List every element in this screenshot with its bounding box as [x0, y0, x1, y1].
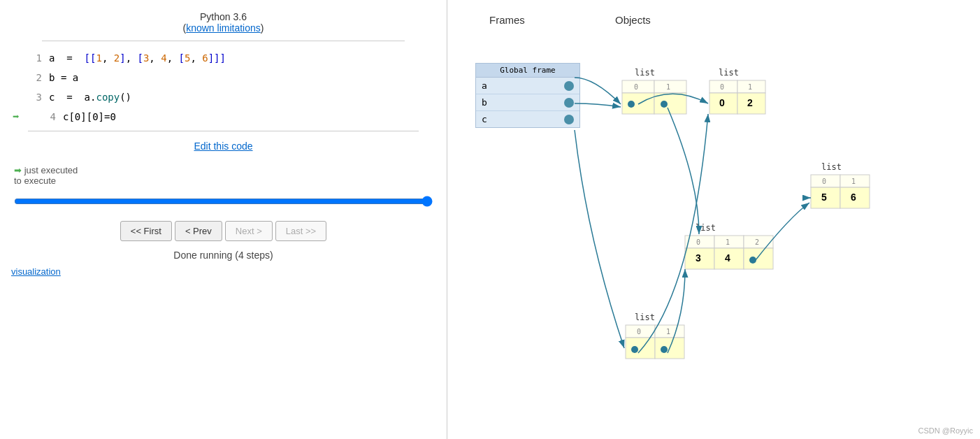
svg-text:2: 2	[755, 238, 759, 246]
line-num-3: 3	[28, 87, 42, 107]
first-button[interactable]: << First	[120, 221, 172, 241]
watermark: CSDN @Royyic	[918, 426, 973, 435]
current-line-arrow: ➡	[13, 106, 20, 128]
code-line-2: 2 b = a	[28, 68, 419, 87]
svg-text:2: 2	[747, 97, 753, 108]
svg-text:0: 0	[696, 238, 700, 246]
svg-rect-33	[626, 325, 655, 338]
svg-text:list: list	[635, 312, 655, 322]
svg-text:0: 0	[720, 83, 724, 91]
svg-text:0: 0	[634, 83, 638, 91]
svg-text:list: list	[635, 68, 655, 78]
limitations-link[interactable]: known limitations	[186, 22, 261, 34]
global-frame: Global frame a b c	[475, 63, 580, 128]
frames-label: Frames	[489, 14, 615, 26]
line-4-content: c[0][0]=0	[63, 107, 116, 127]
edit-this-code-link[interactable]: Edit this code	[194, 141, 252, 152]
svg-rect-11	[709, 80, 737, 93]
done-status: Done running (4 steps)	[0, 247, 447, 264]
global-frame-title: Global frame	[476, 64, 579, 78]
dot-b	[564, 98, 574, 108]
prev-button[interactable]: < Prev	[175, 221, 222, 241]
svg-text:4: 4	[725, 252, 730, 264]
var-b: b	[482, 97, 496, 108]
svg-rect-37	[655, 325, 684, 338]
svg-text:list: list	[719, 68, 739, 78]
code-line-3: 3 c = a.copy()	[28, 87, 419, 107]
svg-rect-8	[654, 93, 686, 114]
to-execute-label: to execute	[14, 175, 433, 186]
code-area: 1 a = [[1, 2], [3, 4, [5, 6]]] 2 b = a 3…	[0, 44, 447, 131]
left-panel: Python 3.6 (known limitations) 1 a = [[1…	[0, 0, 447, 439]
svg-rect-20	[685, 236, 714, 248]
svg-rect-35	[626, 338, 655, 359]
svg-rect-46	[840, 175, 870, 187]
svg-text:5: 5	[821, 192, 827, 203]
svg-rect-28	[744, 236, 773, 248]
panel-headers: Frames Objects	[447, 0, 980, 33]
line-1-content: a = [[1, 2], [3, 4, [5, 6]]]	[49, 48, 226, 68]
python-version: Python 3.6	[0, 11, 447, 22]
edit-link-container: Edit this code	[28, 131, 419, 161]
svg-rect-26	[714, 248, 744, 269]
line-2-content: b = a	[49, 68, 78, 87]
visualization-link-container: visualization	[0, 264, 447, 280]
svg-rect-4	[622, 93, 654, 114]
svg-text:1: 1	[748, 83, 752, 91]
svg-rect-44	[811, 187, 840, 208]
code-line-4: ➡ 4 c[0][0]=0	[28, 107, 419, 127]
slider-container	[14, 196, 433, 210]
frame-row-b: b	[476, 94, 579, 111]
svg-point-36	[631, 346, 638, 353]
status-area: ➡ just executed to execute	[0, 161, 447, 190]
var-a: a	[482, 80, 496, 91]
svg-rect-24	[714, 236, 744, 248]
just-executed-label: ➡ just executed	[14, 165, 433, 175]
step-slider[interactable]	[14, 196, 433, 207]
svg-rect-2	[622, 80, 654, 93]
svg-rect-48	[840, 187, 870, 208]
svg-text:1: 1	[666, 328, 670, 336]
code-line-1: 1 a = [[1, 2], [3, 4, [5, 6]]]	[28, 48, 419, 68]
svg-rect-22	[685, 248, 714, 269]
svg-text:0: 0	[719, 97, 725, 108]
svg-text:list: list	[821, 162, 842, 172]
frame-row-a: a	[476, 78, 579, 94]
svg-rect-15	[737, 80, 765, 93]
objects-label: Objects	[615, 14, 895, 26]
svg-text:6: 6	[851, 192, 856, 203]
svg-text:1: 1	[851, 178, 856, 185]
svg-point-9	[661, 101, 668, 108]
line-num-1: 1	[28, 48, 42, 68]
var-c: c	[482, 114, 496, 124]
last-button[interactable]: Last >>	[275, 221, 326, 241]
line-3-content: c = a.copy()	[49, 87, 131, 107]
visualization-link[interactable]: visualization	[11, 266, 61, 277]
svg-rect-42	[811, 175, 840, 187]
dot-a	[564, 81, 574, 91]
svg-rect-6	[654, 80, 686, 93]
dot-c	[564, 115, 574, 124]
svg-rect-17	[737, 93, 765, 114]
svg-point-31	[749, 257, 756, 264]
right-panel: Frames Objects Global frame a b c list	[447, 0, 980, 439]
svg-text:1: 1	[666, 83, 670, 91]
svg-text:list: list	[696, 223, 716, 233]
svg-text:0: 0	[637, 328, 641, 336]
svg-text:0: 0	[822, 178, 826, 185]
next-button[interactable]: Next >	[225, 221, 273, 241]
line-num-2: 2	[28, 68, 42, 87]
code-divider	[42, 41, 405, 41]
svg-text:1: 1	[726, 238, 730, 246]
svg-point-5	[628, 101, 635, 108]
svg-rect-30	[744, 248, 773, 269]
code-header: Python 3.6 (known limitations)	[0, 0, 447, 38]
svg-point-40	[661, 346, 668, 353]
line-num-4: 4	[42, 107, 56, 127]
navigation-buttons: << First < Prev Next > Last >>	[0, 215, 447, 247]
svg-text:3: 3	[696, 252, 701, 264]
frame-row-c: c	[476, 111, 579, 127]
svg-rect-39	[655, 338, 684, 359]
svg-rect-13	[709, 93, 737, 114]
